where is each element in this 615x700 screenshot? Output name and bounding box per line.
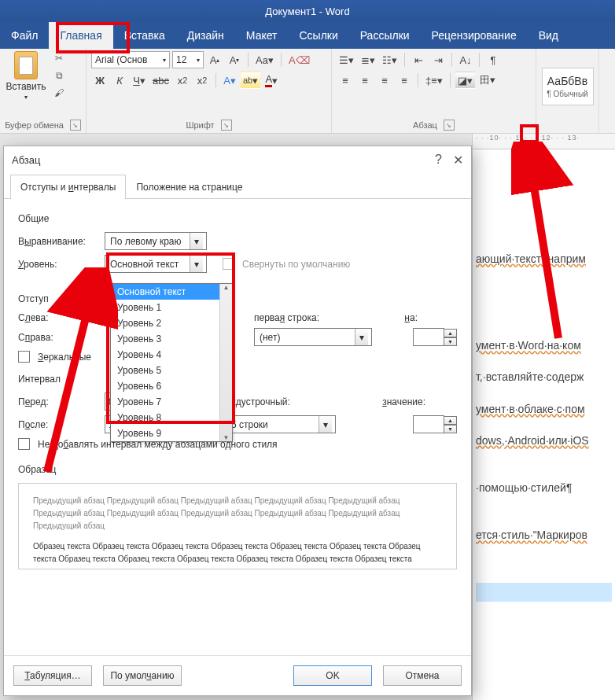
dropdown-option[interactable]: Уровень 1 bbox=[111, 300, 232, 315]
left-label: Слева: bbox=[18, 312, 97, 323]
section-spacing: Интервал bbox=[18, 374, 457, 385]
chevron-down-icon: ▾ bbox=[355, 329, 368, 345]
tab-design[interactable]: Дизайн bbox=[176, 22, 235, 49]
multilevel-icon[interactable]: ☷▾ bbox=[380, 51, 400, 68]
line-spacing-select[interactable]: 1,5 строки ▾ bbox=[218, 415, 336, 433]
tab-file[interactable]: Файл bbox=[0, 22, 49, 49]
numbering-icon[interactable]: ≣▾ bbox=[359, 51, 377, 68]
dialog-titlebar: Абзац ? ✕ bbox=[4, 146, 471, 174]
bold-icon[interactable]: Ж bbox=[91, 72, 109, 89]
font-name-select[interactable]: Arial (Основ▾ bbox=[91, 51, 170, 68]
dropdown-option[interactable]: Уровень 9 bbox=[111, 426, 232, 441]
align-select[interactable]: По левому краю ▾ bbox=[105, 232, 207, 250]
dropdown-scrollbar[interactable]: ▲▼ bbox=[219, 284, 232, 441]
level-dropdown[interactable]: Основной текст Уровень 1 Уровень 2 Урове… bbox=[110, 283, 233, 442]
default-button[interactable]: По умолчанию bbox=[103, 665, 182, 686]
spinner-up-icon[interactable]: ▲ bbox=[444, 416, 457, 425]
clear-formatting-icon[interactable]: A⌫ bbox=[286, 51, 312, 68]
firstline-select[interactable]: (нет) ▾ bbox=[254, 328, 372, 346]
dialog-tab-position[interactable]: Положение на странице bbox=[126, 175, 252, 199]
font-color-icon[interactable]: A▾ bbox=[263, 72, 280, 89]
paste-label: Вставить bbox=[6, 81, 46, 92]
sort-icon[interactable]: A↓ bbox=[457, 51, 474, 68]
tab-view[interactable]: Вид bbox=[528, 22, 569, 49]
decrease-font-icon[interactable]: A▾ bbox=[226, 51, 243, 68]
align-center-icon[interactable]: ≡ bbox=[356, 72, 374, 89]
strikethrough-icon[interactable]: abc bbox=[150, 72, 171, 89]
shading-icon[interactable]: ◪▾ bbox=[455, 72, 475, 89]
spinner-down-icon[interactable]: ▼ bbox=[444, 425, 457, 433]
collapsed-checkbox[interactable] bbox=[223, 258, 234, 270]
paragraph-dialog-launcher[interactable]: ↘ bbox=[444, 120, 455, 131]
dropdown-option[interactable]: Уровень 7 bbox=[111, 394, 232, 410]
level-select[interactable]: Основной текст ▾ bbox=[105, 255, 207, 273]
spinner-up-icon[interactable]: ▲ bbox=[444, 329, 457, 337]
by-label: на: bbox=[404, 312, 418, 323]
dropdown-option[interactable]: Уровень 5 bbox=[111, 363, 232, 378]
spinner-down-icon[interactable]: ▼ bbox=[444, 337, 457, 346]
change-case-icon[interactable]: Aa▾ bbox=[253, 51, 276, 68]
justify-icon[interactable]: ≡ bbox=[396, 72, 413, 89]
decrease-indent-icon[interactable]: ⇤ bbox=[410, 51, 427, 68]
dropdown-option[interactable]: Основной текст bbox=[111, 284, 232, 300]
chevron-down-icon: ▾ bbox=[190, 233, 203, 249]
mirror-checkbox[interactable] bbox=[18, 351, 30, 363]
copy-icon[interactable]: ⧉ bbox=[52, 68, 66, 83]
tab-insert[interactable]: Вставка bbox=[113, 22, 176, 49]
help-button[interactable]: ? bbox=[435, 153, 442, 168]
tab-layout[interactable]: Макет bbox=[235, 22, 289, 49]
dropdown-option[interactable]: Уровень 3 bbox=[111, 331, 232, 347]
format-painter-icon[interactable]: 🖌 bbox=[52, 86, 66, 100]
clipboard-icon bbox=[14, 51, 38, 79]
ribbon: Вставить ▾ ✂ ⧉ 🖌 Буфер обмена ↘ Arial (О… bbox=[0, 49, 615, 134]
dropdown-option[interactable]: Уровень 8 bbox=[111, 410, 232, 426]
show-marks-icon[interactable]: ¶ bbox=[484, 51, 502, 68]
dialog-tab-indents[interactable]: Отступы и интервалы bbox=[10, 175, 126, 199]
cancel-button[interactable]: Отмена bbox=[383, 665, 462, 686]
increase-indent-icon[interactable]: ⇥ bbox=[429, 51, 447, 68]
paste-button[interactable]: Вставить ▾ bbox=[5, 51, 47, 101]
tab-mailings[interactable]: Рассылки bbox=[349, 22, 421, 49]
title-bar: Документ1 - Word bbox=[0, 0, 615, 22]
style-normal[interactable]: АаБбВв ¶ Обычный bbox=[542, 68, 594, 105]
line-value-spinner[interactable]: ▲▼ bbox=[413, 415, 457, 433]
subscript-icon[interactable]: x2 bbox=[174, 72, 191, 89]
align-left-icon[interactable]: ≡ bbox=[337, 72, 354, 89]
group-paragraph: ☰▾ ≣▾ ☷▾ ⇤ ⇥ A↓ ¶ ≡ ≡ ≡ ≡ ‡≡▾ ◪▾ 田▾ bbox=[332, 49, 536, 133]
close-button[interactable]: ✕ bbox=[453, 153, 463, 168]
superscript-icon[interactable]: x2 bbox=[193, 72, 211, 89]
before-label: Перед: bbox=[18, 396, 97, 407]
align-right-icon[interactable]: ≡ bbox=[376, 72, 393, 89]
section-general: Общие bbox=[18, 213, 457, 224]
italic-icon[interactable]: К bbox=[111, 72, 128, 89]
cut-icon[interactable]: ✂ bbox=[52, 51, 66, 65]
tab-review[interactable]: Рецензирование bbox=[421, 22, 528, 49]
value-label: значение: bbox=[382, 396, 425, 407]
ruler[interactable]: · · ·10· · · 11· · · 12· · · 13· bbox=[473, 134, 615, 149]
text-effects-icon[interactable]: A▾ bbox=[221, 72, 238, 89]
underline-icon[interactable]: Ч▾ bbox=[131, 72, 148, 89]
bullets-icon[interactable]: ☰▾ bbox=[337, 51, 356, 68]
dropdown-option[interactable]: Уровень 6 bbox=[111, 378, 232, 394]
clipboard-dialog-launcher[interactable]: ↘ bbox=[70, 120, 81, 131]
font-size-select[interactable]: 12▾ bbox=[172, 51, 204, 68]
after-label: После: bbox=[18, 419, 97, 430]
dialog-title: Абзац bbox=[12, 154, 40, 166]
document-text: ающий·текст·(наприм умент·в·Word·на·ком … bbox=[473, 149, 615, 610]
font-dialog-launcher[interactable]: ↘ bbox=[221, 120, 232, 131]
tabs-button[interactable]: Табуляция… bbox=[13, 665, 92, 686]
document-area[interactable]: · · ·10· · · 11· · · 12· · · 13· ающий·т… bbox=[472, 134, 615, 700]
by-spinner[interactable]: ▲▼ bbox=[413, 328, 457, 346]
group-font-label: Шрифт bbox=[186, 120, 214, 130]
line-spacing-icon[interactable]: ‡≡▾ bbox=[423, 72, 445, 89]
no-space-checkbox[interactable] bbox=[18, 438, 30, 450]
tab-references[interactable]: Ссылки bbox=[288, 22, 348, 49]
dropdown-option[interactable]: Уровень 2 bbox=[111, 315, 232, 331]
highlight-icon[interactable]: ab▾ bbox=[241, 72, 260, 89]
increase-font-icon[interactable]: A▴ bbox=[206, 51, 223, 68]
ok-button[interactable]: OK bbox=[293, 665, 372, 686]
dropdown-option[interactable]: Уровень 4 bbox=[111, 347, 232, 363]
borders-icon[interactable]: 田▾ bbox=[477, 72, 498, 89]
right-label: Справа: bbox=[18, 332, 97, 343]
tab-home[interactable]: Главная bbox=[49, 22, 112, 49]
